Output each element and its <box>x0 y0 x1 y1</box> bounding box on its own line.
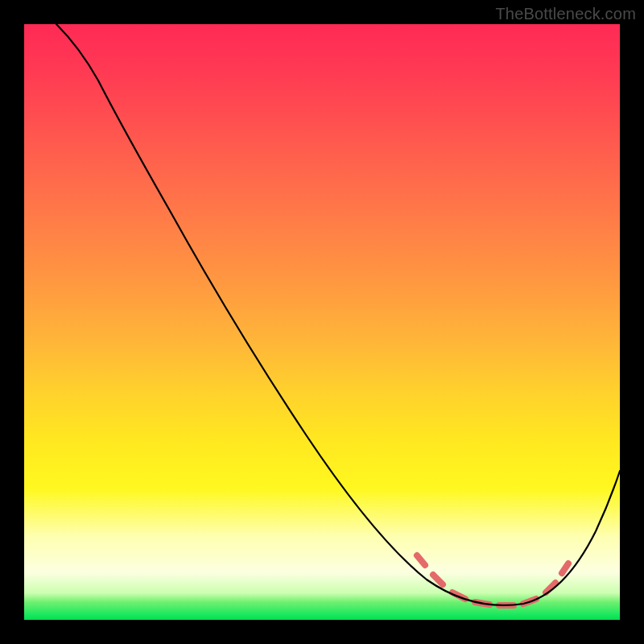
bottleneck-curve-svg <box>24 24 620 620</box>
chart-frame: TheBottleneck.com <box>0 0 644 644</box>
bottleneck-curve-line <box>56 24 620 605</box>
watermark-text: TheBottleneck.com <box>495 5 636 23</box>
plot-area <box>24 24 620 620</box>
optimal-range-highlight <box>417 555 568 605</box>
